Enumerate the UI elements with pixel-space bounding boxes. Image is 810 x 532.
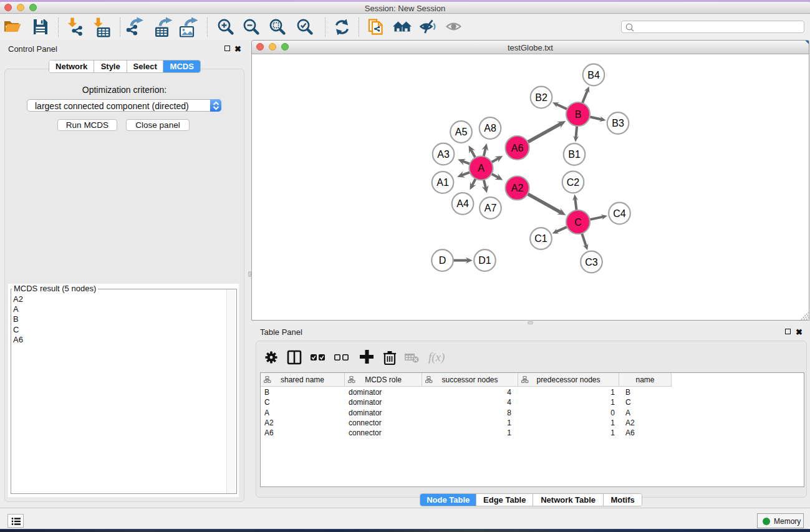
svg-text:B2: B2: [535, 92, 547, 103]
svg-text:B: B: [575, 109, 582, 120]
svg-text:C4: C4: [613, 208, 626, 219]
svg-text:B3: B3: [612, 118, 624, 128]
svg-text:A8: A8: [484, 123, 496, 133]
svg-text:D1: D1: [478, 255, 491, 266]
svg-text:A2: A2: [511, 183, 524, 193]
svg-text:C2: C2: [567, 177, 580, 188]
svg-text:B1: B1: [568, 149, 581, 160]
svg-text:B4: B4: [587, 70, 600, 80]
svg-text:C1: C1: [534, 233, 547, 244]
svg-text:A5: A5: [455, 127, 468, 137]
svg-text:A: A: [478, 163, 485, 173]
svg-text:A6: A6: [511, 143, 524, 153]
svg-text:C3: C3: [585, 257, 598, 268]
svg-text:C: C: [574, 217, 582, 228]
svg-text:A4: A4: [456, 198, 469, 209]
svg-text:A3: A3: [437, 149, 450, 160]
svg-text:D: D: [439, 255, 446, 266]
svg-text:A1: A1: [436, 177, 449, 188]
svg-text:A7: A7: [485, 203, 497, 213]
